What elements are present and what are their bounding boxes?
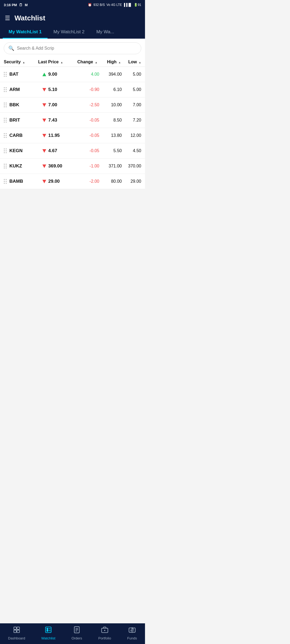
watchlist-tabs: My WatchList 1 My WatchList 2 My Wa...	[0, 25, 145, 39]
stock-low: 4.50	[122, 148, 141, 153]
stock-last-price: 7.43	[42, 118, 75, 123]
drag-handle	[4, 118, 7, 123]
down-arrow-icon	[42, 164, 46, 168]
stock-low: 5.00	[122, 87, 141, 92]
status-left: 3:16 PM 🗒 M	[4, 3, 28, 7]
stock-high: 80.00	[99, 179, 122, 184]
stock-symbol: CARB	[9, 133, 42, 138]
stock-low: 5.00	[122, 72, 141, 77]
drag-handle	[4, 133, 7, 138]
table-row[interactable]: KEGN 4.67 -0.05 5.50 4.50	[0, 143, 145, 159]
stock-high: 394.00	[99, 72, 122, 77]
stock-change: -1.00	[75, 164, 99, 169]
stock-high: 5.50	[99, 148, 122, 153]
stock-high: 8.50	[99, 118, 122, 123]
stock-symbol: KUKZ	[9, 163, 42, 169]
stock-last-price: 7.00	[42, 102, 75, 108]
stock-change: -0.05	[75, 118, 99, 123]
stock-low: 7.00	[122, 103, 141, 107]
tab-watchlist-1[interactable]: My WatchList 1	[3, 25, 48, 39]
page-title: Watchlist	[15, 14, 45, 22]
search-input[interactable]	[17, 46, 137, 51]
stock-change: -2.50	[75, 103, 99, 107]
table-row[interactable]: ARM 5.10 -0.90 6.10 5.00	[0, 82, 145, 97]
stock-symbol: BAMB	[9, 179, 42, 184]
stock-last-price: 9.00	[42, 72, 75, 77]
stock-last-price: 5.10	[42, 87, 75, 92]
high-sort-icon: ▲	[118, 61, 121, 64]
table-row[interactable]: BRIT 7.43 -0.05 8.50 7.20	[0, 113, 145, 128]
stock-low: 370.00	[122, 164, 141, 169]
stock-symbol: BAT	[9, 72, 42, 77]
stock-symbol: BRIT	[9, 118, 42, 123]
stock-list: BAT 9.00 4.00 394.00 5.00 ARM 5.10 -0.90…	[0, 67, 145, 189]
stock-last-price: 369.00	[42, 163, 75, 169]
mail-icon: M	[25, 3, 28, 7]
drag-handle	[4, 164, 7, 169]
stock-change: -0.90	[75, 87, 99, 92]
stock-change: -0.05	[75, 133, 99, 138]
low-sort-icon: ▲	[139, 61, 141, 64]
stock-high: 13.80	[99, 133, 122, 138]
table-row[interactable]: KUKZ 369.00 -1.00 371.00 370.00	[0, 159, 145, 174]
drag-handle	[4, 87, 7, 92]
stock-symbol: KEGN	[9, 148, 42, 153]
stock-low: 29.00	[122, 179, 141, 184]
search-container: 🔍	[0, 39, 145, 57]
alarm-icon: ⏰	[88, 3, 92, 7]
lastprice-sort-icon: ▲	[60, 61, 63, 64]
stock-last-price: 29.00	[42, 179, 75, 184]
up-arrow-icon	[42, 73, 46, 76]
security-sort-icon: ▲	[23, 61, 25, 64]
stock-high: 10.00	[99, 103, 122, 107]
stock-change: -2.00	[75, 179, 99, 184]
network-status: Vo 4G LTE ▐▐▐▌	[106, 3, 132, 7]
down-arrow-icon	[42, 149, 46, 153]
down-arrow-icon	[42, 103, 46, 107]
tab-watchlist-3[interactable]: My Wa...	[90, 25, 120, 39]
table-row[interactable]: BAT 9.00 4.00 394.00 5.00	[0, 67, 145, 82]
battery-icon: 🔋91	[134, 3, 141, 7]
stock-symbol: BBK	[9, 102, 42, 108]
data-speed: 932 B/S	[93, 3, 105, 7]
drag-handle	[4, 72, 7, 77]
table-header: Security ▲ Last Price ▲ Change ▲ High ▲ …	[0, 57, 145, 67]
drag-handle	[4, 103, 7, 107]
col-header-low[interactable]: Low ▲	[121, 60, 141, 64]
stock-last-price: 11.95	[42, 133, 75, 138]
change-sort-icon: ▲	[95, 61, 97, 64]
down-arrow-icon	[42, 134, 46, 137]
down-arrow-icon	[42, 88, 46, 92]
stock-low: 7.20	[122, 118, 141, 123]
search-box: 🔍	[4, 42, 141, 54]
col-header-security[interactable]: Security ▲	[4, 60, 38, 64]
col-header-change[interactable]: Change ▲	[73, 60, 97, 64]
table-row[interactable]: CARB 11.95 -0.05 13.80 12.00	[0, 128, 145, 143]
stock-high: 371.00	[99, 164, 122, 169]
stock-change: -0.05	[75, 148, 99, 153]
col-header-high[interactable]: High ▲	[97, 60, 121, 64]
search-icon: 🔍	[8, 45, 14, 51]
col-header-lastprice[interactable]: Last Price ▲	[38, 60, 73, 64]
status-bar: 3:16 PM 🗒 M ⏰ 932 B/S Vo 4G LTE ▐▐▐▌ 🔋91	[0, 0, 145, 10]
app-header: ☰ Watchlist	[0, 10, 145, 25]
stock-high: 6.10	[99, 87, 122, 92]
tab-watchlist-2[interactable]: My WatchList 2	[48, 25, 90, 39]
stock-last-price: 4.67	[42, 148, 75, 153]
stock-symbol: ARM	[9, 87, 42, 92]
hamburger-icon[interactable]: ☰	[5, 15, 10, 22]
down-arrow-icon	[42, 119, 46, 122]
whatsapp-icon: 🗒	[19, 3, 23, 7]
stock-low: 12.00	[122, 133, 141, 138]
status-right: ⏰ 932 B/S Vo 4G LTE ▐▐▐▌ 🔋91	[88, 3, 141, 7]
stock-change: 4.00	[75, 72, 99, 77]
drag-handle	[4, 148, 7, 153]
down-arrow-icon	[42, 180, 46, 183]
status-time: 3:16 PM	[4, 3, 17, 7]
table-row[interactable]: BAMB 29.00 -2.00 80.00 29.00	[0, 174, 145, 189]
drag-handle	[4, 179, 7, 184]
table-row[interactable]: BBK 7.00 -2.50 10.00 7.00	[0, 97, 145, 113]
